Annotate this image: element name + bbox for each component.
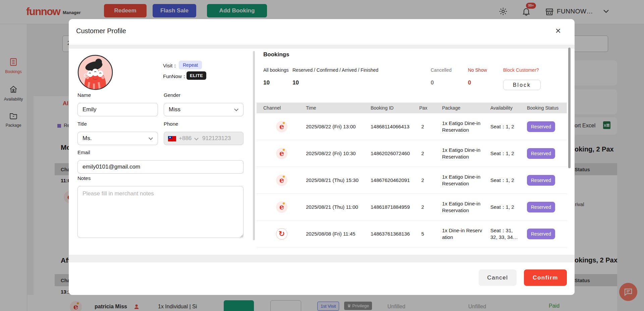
channel-icon bbox=[276, 148, 287, 159]
email-field[interactable] bbox=[77, 160, 244, 174]
channel-icon bbox=[276, 201, 287, 213]
channel-icon bbox=[276, 175, 287, 186]
block-button[interactable]: Block bbox=[503, 80, 541, 90]
stat-value-reserved: 10 bbox=[292, 79, 299, 86]
chevron-down-icon bbox=[149, 136, 153, 140]
booking-table-row[interactable]: 2025/08/22 (Fri) 10:30 14862026072460 2 … bbox=[257, 140, 567, 167]
booking-table-row[interactable]: 2025/08/21 (Thu) 15:30 14867620462091 2 … bbox=[257, 167, 567, 194]
col-booking-status: Booking Status bbox=[527, 105, 558, 111]
screen: funnow Manager Redeem Flash Sale Add Boo… bbox=[0, 0, 644, 311]
booking-table-row[interactable]: 2025/08/22 (Fri) 13:00 14868114066413 2 … bbox=[257, 113, 567, 140]
booking-status-cell: Reserved bbox=[527, 148, 555, 159]
divider bbox=[69, 255, 575, 262]
booking-pax: 2 bbox=[421, 177, 424, 184]
close-icon[interactable]: × bbox=[552, 24, 564, 37]
col-channel: Channel bbox=[263, 105, 281, 111]
stat-label-all: All bookings bbox=[263, 67, 289, 73]
booking-time: 2025/08/21 (Thu) 15:30 bbox=[306, 177, 359, 184]
booking-table-row[interactable]: 2025/08/08 (Fri) 11:45 14863761368136 5 … bbox=[257, 221, 567, 247]
title-label: Title bbox=[77, 121, 87, 127]
bookings-panel: Bookings All bookings 10 Reserved / Conf… bbox=[257, 49, 571, 255]
booking-rows: 2025/08/22 (Fri) 13:00 14868114066413 2 … bbox=[257, 113, 567, 255]
booking-table-row[interactable]: 2025/08/21 (Thu) 11:00 14861871884959 2 … bbox=[257, 194, 567, 221]
elite-badge: ELITE bbox=[186, 71, 206, 80]
col-package: Package bbox=[442, 105, 460, 111]
booking-availability: Seat：31, 32, 33, 34… bbox=[490, 227, 525, 241]
booking-status-cell: Reserved bbox=[527, 121, 555, 132]
booking-status-cell: Reserved bbox=[527, 202, 555, 212]
booking-availability: Seat：1, 2 bbox=[490, 150, 525, 157]
phone-number: 912123123 bbox=[202, 132, 231, 145]
booking-status-cell: Reserved bbox=[527, 175, 555, 186]
booking-pax: 2 bbox=[421, 123, 424, 130]
channel-icon bbox=[276, 121, 287, 132]
booking-pax: 2 bbox=[421, 150, 424, 157]
booking-package: 1x Eatigo Dine-in Reservation bbox=[442, 200, 486, 214]
booking-time: 2025/08/22 (Fri) 10:30 bbox=[306, 150, 356, 157]
booking-package: 1x Eatigo Dine-in Reservation bbox=[442, 120, 486, 133]
bookings-table-header: Channel Time Booking ID Pax Package Avai… bbox=[257, 103, 567, 113]
notes-textarea[interactable] bbox=[77, 186, 244, 238]
col-pax: Pax bbox=[419, 105, 427, 111]
channel-icon bbox=[276, 228, 287, 240]
reserved-status-badge: Reserved bbox=[527, 121, 555, 132]
stat-label-reserved: Reserved / Confirmed / Arrived / Finishe… bbox=[292, 67, 378, 73]
booking-package: 1x Eatigo Dine-in Reservation bbox=[442, 174, 486, 187]
booking-package: 1x Eatigo Dine-in Reservation bbox=[442, 147, 486, 160]
phone-field: +886 912123123 bbox=[164, 132, 244, 145]
booking-availability: Seat：1, 2 bbox=[490, 204, 525, 210]
booking-id: 14862026072460 bbox=[371, 150, 410, 157]
col-time: Time bbox=[306, 105, 316, 111]
taiwan-flag-icon bbox=[168, 136, 176, 141]
name-field[interactable] bbox=[77, 103, 158, 116]
booking-id: 14863761368136 bbox=[371, 231, 410, 237]
booking-time: 2025/08/08 (Fri) 11:45 bbox=[306, 231, 355, 237]
visit-repeat-badge: Repeat bbox=[179, 61, 202, 69]
confirm-button[interactable]: Confirm bbox=[524, 269, 567, 286]
booking-status-cell: Reserved bbox=[527, 229, 555, 239]
gender-label: Gender bbox=[164, 92, 180, 98]
reserved-status-badge: Reserved bbox=[527, 202, 555, 212]
phone-country-code[interactable]: +886 bbox=[179, 132, 192, 145]
avatar bbox=[77, 55, 113, 90]
booking-id: 14868114066413 bbox=[371, 123, 410, 130]
cancel-button[interactable]: Cancel bbox=[479, 269, 517, 286]
bookings-title: Bookings bbox=[263, 51, 289, 58]
stat-label-cancelled: Cancelled bbox=[431, 67, 451, 73]
reserved-status-badge: Reserved bbox=[527, 175, 555, 186]
bookings-scrollbar[interactable] bbox=[568, 48, 571, 168]
booking-pax: 2 bbox=[421, 204, 424, 210]
modal-title: Customer Profile bbox=[76, 27, 126, 35]
block-customer-question: Block Customer? bbox=[503, 67, 539, 73]
left-panel-scrollbar[interactable] bbox=[253, 51, 255, 240]
booking-id: 14867620462091 bbox=[371, 177, 410, 184]
visit-label: Visit： bbox=[163, 63, 177, 69]
funnow-tier-label: FunNow： bbox=[163, 73, 187, 80]
title-select[interactable]: Ms. bbox=[77, 132, 158, 145]
divider bbox=[69, 45, 575, 49]
booking-pax: 5 bbox=[421, 231, 424, 237]
email-label: Email bbox=[77, 149, 90, 155]
chevron-down-icon bbox=[194, 136, 199, 140]
modal-footer: Cancel Confirm bbox=[69, 262, 575, 295]
stat-label-noshow: No Show bbox=[468, 67, 487, 73]
stat-value-all: 10 bbox=[263, 79, 270, 86]
booking-id: 14861871884959 bbox=[371, 204, 410, 210]
col-booking-id: Booking ID bbox=[371, 105, 393, 111]
notes-label: Notes bbox=[77, 175, 91, 181]
customer-profile-modal: Customer Profile × bbox=[69, 19, 575, 295]
booking-table-row[interactable]: 1x Dine-in Reserv ation Seat：1, 2 Reserv… bbox=[257, 247, 567, 255]
chevron-down-icon bbox=[234, 107, 238, 111]
reserved-status-badge: Reserved bbox=[527, 229, 555, 239]
col-availability: Availability bbox=[490, 105, 513, 111]
booking-time: 2025/08/22 (Fri) 13:00 bbox=[306, 123, 356, 130]
name-label: Name bbox=[77, 92, 91, 98]
reserved-status-badge: Reserved bbox=[527, 148, 555, 159]
booking-availability: Seat：1, 2 bbox=[490, 177, 525, 184]
stat-value-noshow: 0 bbox=[468, 79, 471, 86]
phone-label: Phone bbox=[164, 121, 178, 127]
booking-package: 1x Dine-in Reserv ation bbox=[442, 227, 486, 241]
gender-select[interactable]: Miss bbox=[164, 103, 244, 116]
booking-time: 2025/08/21 (Thu) 11:00 bbox=[306, 204, 358, 210]
stat-value-cancelled: 0 bbox=[431, 79, 434, 86]
